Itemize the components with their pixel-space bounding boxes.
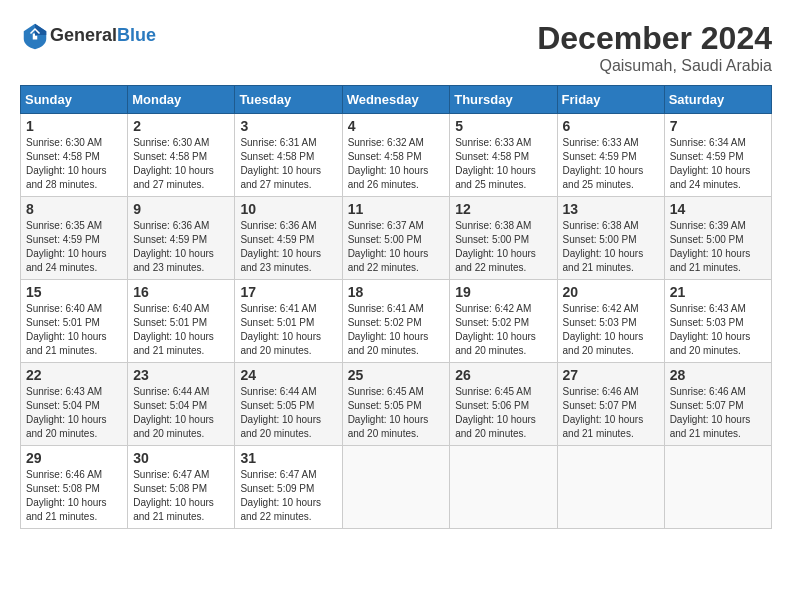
calendar-cell: 2 Sunrise: 6:30 AM Sunset: 4:58 PM Dayli…	[128, 114, 235, 197]
calendar-cell	[557, 446, 664, 529]
day-info: Sunrise: 6:32 AM Sunset: 4:58 PM Dayligh…	[348, 136, 445, 192]
day-info: Sunrise: 6:43 AM Sunset: 5:04 PM Dayligh…	[26, 385, 122, 441]
calendar-cell: 10 Sunrise: 6:36 AM Sunset: 4:59 PM Dayl…	[235, 197, 342, 280]
day-number: 3	[240, 118, 336, 134]
day-info: Sunrise: 6:42 AM Sunset: 5:03 PM Dayligh…	[563, 302, 659, 358]
calendar-week-row: 8 Sunrise: 6:35 AM Sunset: 4:59 PM Dayli…	[21, 197, 772, 280]
day-info: Sunrise: 6:39 AM Sunset: 5:00 PM Dayligh…	[670, 219, 766, 275]
day-number: 11	[348, 201, 445, 217]
day-number: 15	[26, 284, 122, 300]
calendar-cell: 19 Sunrise: 6:42 AM Sunset: 5:02 PM Dayl…	[450, 280, 557, 363]
day-info: Sunrise: 6:45 AM Sunset: 5:05 PM Dayligh…	[348, 385, 445, 441]
day-number: 5	[455, 118, 551, 134]
calendar-cell: 24 Sunrise: 6:44 AM Sunset: 5:05 PM Dayl…	[235, 363, 342, 446]
day-info: Sunrise: 6:41 AM Sunset: 5:01 PM Dayligh…	[240, 302, 336, 358]
calendar-cell: 17 Sunrise: 6:41 AM Sunset: 5:01 PM Dayl…	[235, 280, 342, 363]
logo-text-general: General	[50, 25, 117, 45]
day-number: 14	[670, 201, 766, 217]
calendar-cell: 22 Sunrise: 6:43 AM Sunset: 5:04 PM Dayl…	[21, 363, 128, 446]
weekday-header-sunday: Sunday	[21, 86, 128, 114]
logo-text-blue: Blue	[117, 25, 156, 45]
day-number: 19	[455, 284, 551, 300]
day-number: 13	[563, 201, 659, 217]
day-info: Sunrise: 6:33 AM Sunset: 4:58 PM Dayligh…	[455, 136, 551, 192]
day-info: Sunrise: 6:46 AM Sunset: 5:07 PM Dayligh…	[563, 385, 659, 441]
weekday-header-tuesday: Tuesday	[235, 86, 342, 114]
calendar-cell: 12 Sunrise: 6:38 AM Sunset: 5:00 PM Dayl…	[450, 197, 557, 280]
day-info: Sunrise: 6:38 AM Sunset: 5:00 PM Dayligh…	[563, 219, 659, 275]
day-number: 28	[670, 367, 766, 383]
calendar-week-row: 15 Sunrise: 6:40 AM Sunset: 5:01 PM Dayl…	[21, 280, 772, 363]
day-number: 7	[670, 118, 766, 134]
calendar-cell: 6 Sunrise: 6:33 AM Sunset: 4:59 PM Dayli…	[557, 114, 664, 197]
weekday-header-monday: Monday	[128, 86, 235, 114]
day-number: 16	[133, 284, 229, 300]
calendar-cell: 4 Sunrise: 6:32 AM Sunset: 4:58 PM Dayli…	[342, 114, 450, 197]
day-number: 2	[133, 118, 229, 134]
day-info: Sunrise: 6:46 AM Sunset: 5:07 PM Dayligh…	[670, 385, 766, 441]
calendar-cell: 21 Sunrise: 6:43 AM Sunset: 5:03 PM Dayl…	[664, 280, 771, 363]
calendar-table: SundayMondayTuesdayWednesdayThursdayFrid…	[20, 85, 772, 529]
day-info: Sunrise: 6:31 AM Sunset: 4:58 PM Dayligh…	[240, 136, 336, 192]
day-info: Sunrise: 6:43 AM Sunset: 5:03 PM Dayligh…	[670, 302, 766, 358]
day-info: Sunrise: 6:30 AM Sunset: 4:58 PM Dayligh…	[26, 136, 122, 192]
day-number: 10	[240, 201, 336, 217]
calendar-cell: 5 Sunrise: 6:33 AM Sunset: 4:58 PM Dayli…	[450, 114, 557, 197]
day-number: 22	[26, 367, 122, 383]
calendar-cell: 1 Sunrise: 6:30 AM Sunset: 4:58 PM Dayli…	[21, 114, 128, 197]
calendar-cell: 9 Sunrise: 6:36 AM Sunset: 4:59 PM Dayli…	[128, 197, 235, 280]
day-info: Sunrise: 6:33 AM Sunset: 4:59 PM Dayligh…	[563, 136, 659, 192]
weekday-header-wednesday: Wednesday	[342, 86, 450, 114]
day-info: Sunrise: 6:30 AM Sunset: 4:58 PM Dayligh…	[133, 136, 229, 192]
day-info: Sunrise: 6:40 AM Sunset: 5:01 PM Dayligh…	[26, 302, 122, 358]
calendar-cell: 26 Sunrise: 6:45 AM Sunset: 5:06 PM Dayl…	[450, 363, 557, 446]
day-info: Sunrise: 6:36 AM Sunset: 4:59 PM Dayligh…	[133, 219, 229, 275]
day-number: 31	[240, 450, 336, 466]
day-info: Sunrise: 6:42 AM Sunset: 5:02 PM Dayligh…	[455, 302, 551, 358]
calendar-cell: 11 Sunrise: 6:37 AM Sunset: 5:00 PM Dayl…	[342, 197, 450, 280]
calendar-cell: 23 Sunrise: 6:44 AM Sunset: 5:04 PM Dayl…	[128, 363, 235, 446]
calendar-cell: 18 Sunrise: 6:41 AM Sunset: 5:02 PM Dayl…	[342, 280, 450, 363]
calendar-cell: 30 Sunrise: 6:47 AM Sunset: 5:08 PM Dayl…	[128, 446, 235, 529]
day-number: 17	[240, 284, 336, 300]
calendar-cell: 3 Sunrise: 6:31 AM Sunset: 4:58 PM Dayli…	[235, 114, 342, 197]
day-info: Sunrise: 6:36 AM Sunset: 4:59 PM Dayligh…	[240, 219, 336, 275]
day-info: Sunrise: 6:40 AM Sunset: 5:01 PM Dayligh…	[133, 302, 229, 358]
day-number: 30	[133, 450, 229, 466]
day-info: Sunrise: 6:44 AM Sunset: 5:05 PM Dayligh…	[240, 385, 336, 441]
calendar-cell	[342, 446, 450, 529]
calendar-cell: 28 Sunrise: 6:46 AM Sunset: 5:07 PM Dayl…	[664, 363, 771, 446]
day-number: 25	[348, 367, 445, 383]
calendar-week-row: 29 Sunrise: 6:46 AM Sunset: 5:08 PM Dayl…	[21, 446, 772, 529]
day-info: Sunrise: 6:34 AM Sunset: 4:59 PM Dayligh…	[670, 136, 766, 192]
day-info: Sunrise: 6:41 AM Sunset: 5:02 PM Dayligh…	[348, 302, 445, 358]
day-number: 18	[348, 284, 445, 300]
calendar-week-row: 22 Sunrise: 6:43 AM Sunset: 5:04 PM Dayl…	[21, 363, 772, 446]
weekday-header-saturday: Saturday	[664, 86, 771, 114]
calendar-cell: 27 Sunrise: 6:46 AM Sunset: 5:07 PM Dayl…	[557, 363, 664, 446]
calendar-cell: 20 Sunrise: 6:42 AM Sunset: 5:03 PM Dayl…	[557, 280, 664, 363]
calendar-cell: 15 Sunrise: 6:40 AM Sunset: 5:01 PM Dayl…	[21, 280, 128, 363]
day-info: Sunrise: 6:44 AM Sunset: 5:04 PM Dayligh…	[133, 385, 229, 441]
day-number: 26	[455, 367, 551, 383]
calendar-cell: 31 Sunrise: 6:47 AM Sunset: 5:09 PM Dayl…	[235, 446, 342, 529]
day-number: 12	[455, 201, 551, 217]
calendar-cell: 29 Sunrise: 6:46 AM Sunset: 5:08 PM Dayl…	[21, 446, 128, 529]
day-number: 20	[563, 284, 659, 300]
day-number: 6	[563, 118, 659, 134]
calendar-cell	[664, 446, 771, 529]
day-info: Sunrise: 6:45 AM Sunset: 5:06 PM Dayligh…	[455, 385, 551, 441]
weekday-header-friday: Friday	[557, 86, 664, 114]
calendar-week-row: 1 Sunrise: 6:30 AM Sunset: 4:58 PM Dayli…	[21, 114, 772, 197]
logo: GeneralBlue	[20, 20, 156, 50]
day-number: 9	[133, 201, 229, 217]
day-info: Sunrise: 6:35 AM Sunset: 4:59 PM Dayligh…	[26, 219, 122, 275]
day-number: 29	[26, 450, 122, 466]
month-title: December 2024	[537, 20, 772, 57]
day-number: 8	[26, 201, 122, 217]
calendar-cell: 13 Sunrise: 6:38 AM Sunset: 5:00 PM Dayl…	[557, 197, 664, 280]
calendar-cell: 14 Sunrise: 6:39 AM Sunset: 5:00 PM Dayl…	[664, 197, 771, 280]
day-number: 23	[133, 367, 229, 383]
day-info: Sunrise: 6:37 AM Sunset: 5:00 PM Dayligh…	[348, 219, 445, 275]
calendar-cell	[450, 446, 557, 529]
